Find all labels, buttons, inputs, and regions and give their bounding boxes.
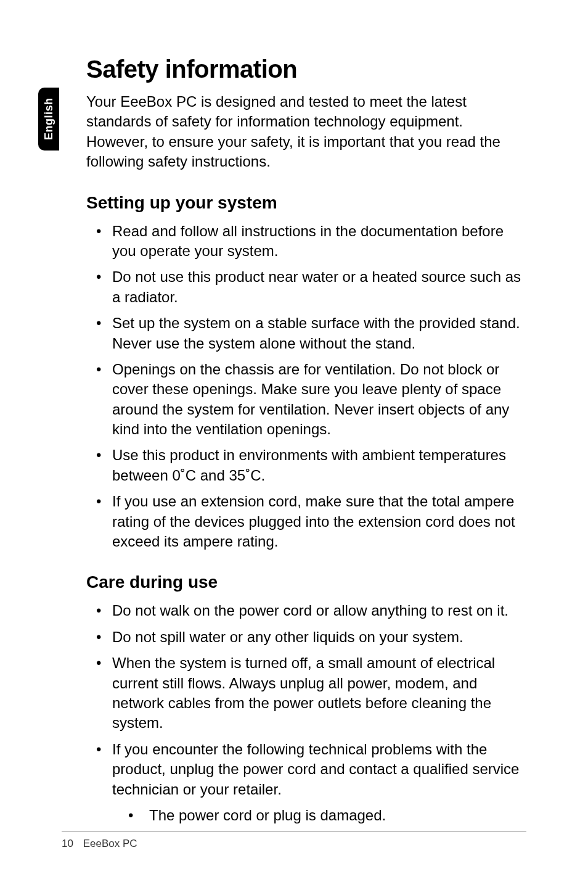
list-item: Do not use this product near water or a … xyxy=(86,267,526,307)
language-tab: English xyxy=(38,88,59,151)
page-container: English Safety information Your EeeBox P… xyxy=(0,0,588,887)
care-list: Do not walk on the power cord or allow a… xyxy=(86,601,526,825)
list-item: If you use an extension cord, make sure … xyxy=(86,492,526,551)
setup-list: Read and follow all instructions in the … xyxy=(86,221,526,552)
list-item: Do not walk on the power cord or allow a… xyxy=(86,601,526,621)
list-item: Set up the system on a stable surface wi… xyxy=(86,313,526,353)
page-footer: 10 EeeBox PC xyxy=(62,831,526,850)
list-item: Read and follow all instructions in the … xyxy=(86,221,526,262)
page-title: Safety information xyxy=(86,56,526,83)
list-item: If you encounter the following technical… xyxy=(86,740,526,826)
list-item-text: If you encounter the following technical… xyxy=(112,741,519,798)
section-heading-setup: Setting up your system xyxy=(86,193,526,213)
list-item: Do not spill water or any other liquids … xyxy=(86,627,526,647)
intro-paragraph: Your EeeBox PC is designed and tested to… xyxy=(86,92,526,172)
section-heading-care: Care during use xyxy=(86,572,526,592)
list-item: Use this product in environments with am… xyxy=(86,445,526,485)
footer-title: EeeBox PC xyxy=(83,838,137,849)
list-item: The power cord or plug is damaged. xyxy=(112,806,526,825)
list-item: When the system is turned off, a small a… xyxy=(86,653,526,733)
page-number: 10 xyxy=(62,838,80,850)
care-sublist: The power cord or plug is damaged. xyxy=(112,806,526,825)
list-item: Openings on the chassis are for ventilat… xyxy=(86,360,526,440)
